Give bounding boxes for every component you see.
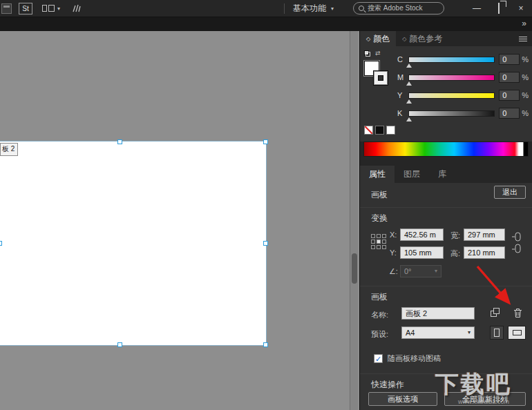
percent-label: % [522, 55, 529, 64]
x-field[interactable]: 452.56 m [400, 228, 444, 241]
tab-color[interactable]: ◇ 颜色 [360, 31, 396, 46]
ref-dot[interactable] [371, 234, 375, 238]
rotate-angle-value: 0° [404, 266, 412, 277]
black-swatch[interactable] [375, 126, 384, 135]
magenta-value-field[interactable]: 0 [499, 72, 520, 83]
color-panel: ⇄ C 0 % M [360, 46, 532, 141]
yellow-value-field[interactable]: 0 [499, 90, 520, 101]
adobe-stock-badge[interactable]: St [19, 3, 32, 14]
delete-artboard-button[interactable] [512, 307, 523, 318]
channel-label: K [397, 109, 406, 117]
height-label: 高: [450, 248, 460, 259]
overflow-chevrons-icon[interactable]: » [522, 19, 526, 28]
landscape-icon [513, 330, 522, 335]
swap-fill-stroke-icon[interactable]: ⇄ [375, 50, 381, 57]
landscape-orientation-button[interactable] [508, 326, 526, 340]
selection-handle[interactable] [117, 139, 122, 144]
ref-dot[interactable] [382, 245, 386, 249]
selection-handle[interactable] [117, 342, 122, 347]
color-spectrum-bar[interactable] [363, 141, 529, 157]
right-panel-dock: ◇ 颜色 ◇ 颜色参考 ⇄ [359, 31, 532, 410]
channel-label: Y [397, 91, 406, 99]
yellow-slider[interactable] [408, 92, 495, 99]
cmyk-sliders: C 0 % M 0 % Y 0 % K [397, 50, 529, 122]
panel-dock-header: » [0, 17, 532, 31]
yellow-slider-row: Y 0 % [397, 86, 529, 104]
ref-dot-selected[interactable] [377, 240, 381, 244]
slider-thumb[interactable] [406, 64, 412, 68]
black-slider-row: K 0 % [397, 104, 529, 122]
slider-thumb[interactable] [406, 99, 412, 104]
scrollbar-thumb[interactable] [352, 253, 357, 284]
selection-handle[interactable] [263, 241, 268, 246]
magenta-slider[interactable] [408, 75, 495, 81]
cyan-slider[interactable] [408, 57, 495, 63]
minimize-button[interactable]: — [466, 3, 488, 13]
move-artwork-checkbox-row[interactable]: ✓ 随画板移动图稿 [374, 353, 441, 364]
tab-libraries[interactable]: 库 [429, 166, 455, 183]
ref-dot[interactable] [371, 240, 375, 244]
chevron-down-icon: ▾ [435, 266, 437, 277]
workspace-switcher[interactable]: 基本功能 ▾ [293, 3, 334, 14]
collapse-diamond-icon: ◇ [366, 36, 370, 42]
artboard[interactable] [0, 141, 266, 345]
arrange-documents-button[interactable]: ▾ [42, 5, 60, 12]
selection-handle[interactable] [0, 241, 2, 246]
app-icon[interactable] [1, 3, 12, 14]
checkbox-checked[interactable]: ✓ [374, 354, 383, 363]
rearrange-all-button[interactable]: 全部重新排列 [444, 392, 526, 406]
properties-panel: 画板 退出 变换 X: 452.56 m 宽: 297 mm Y: 105 mm… [360, 183, 532, 410]
tab-properties[interactable]: 属性 [360, 166, 395, 183]
new-artboard-icon [493, 308, 500, 314]
panel-menu-icon[interactable] [519, 31, 527, 46]
selection-handle[interactable] [263, 342, 268, 347]
ref-dot[interactable] [377, 245, 381, 249]
ref-dot[interactable] [382, 234, 386, 238]
titlebar: St ▾ 基本功能 ▾ 搜索 Adobe Stock — × [0, 0, 532, 17]
stroke-color-swatch[interactable] [373, 70, 388, 86]
height-field[interactable]: 210 mm [464, 246, 505, 259]
default-colors-icon[interactable] [364, 50, 370, 57]
slider-thumb[interactable] [406, 117, 412, 121]
black-value-field[interactable]: 0 [499, 108, 520, 119]
preset-label: 预设: [371, 329, 388, 340]
artboard-name-field[interactable]: 画板 2 [401, 307, 475, 320]
white-swatch[interactable] [386, 126, 395, 135]
cyan-value-field[interactable]: 0 [499, 54, 520, 65]
stock-search-input[interactable]: 搜索 Adobe Stock [353, 2, 444, 14]
move-artwork-label: 随画板移动图稿 [388, 353, 441, 364]
canvas[interactable]: 板 2 [0, 31, 359, 410]
y-field[interactable]: 105 mm [400, 246, 444, 259]
ref-dot[interactable] [377, 234, 381, 238]
percent-label: % [522, 109, 529, 117]
none-swatch[interactable] [364, 126, 373, 135]
ref-dot[interactable] [371, 245, 375, 249]
hand-tool-icon[interactable] [71, 3, 82, 14]
exit-artboard-button[interactable]: 退出 [494, 186, 526, 199]
preset-dropdown[interactable]: A4 ▾ [401, 326, 475, 339]
vertical-scrollbar[interactable] [350, 31, 358, 410]
rotate-angle-field[interactable]: 0° ▾ [400, 265, 441, 277]
portrait-icon [494, 329, 500, 337]
artboard-name-tag[interactable]: 板 2 [0, 143, 18, 156]
new-artboard-button[interactable] [490, 308, 502, 319]
portrait-orientation-button[interactable] [490, 326, 504, 340]
black-slider[interactable] [408, 110, 495, 117]
restore-button[interactable] [488, 3, 510, 13]
selection-handle[interactable] [263, 139, 268, 144]
ref-dot[interactable] [382, 240, 386, 244]
cyan-slider-row: C 0 % [397, 50, 529, 68]
search-placeholder: 搜索 Adobe Stock [368, 3, 422, 13]
chevron-down-icon: ▾ [331, 6, 334, 12]
link-dimensions-icon[interactable] [511, 231, 522, 256]
artboard-options-button[interactable]: 画板选项 [368, 392, 437, 406]
name-label: 名称: [371, 310, 388, 320]
divider [360, 373, 532, 374]
tab-layers[interactable]: 图层 [395, 166, 429, 183]
window-controls: — × [466, 3, 532, 13]
tab-color-guide[interactable]: ◇ 颜色参考 [396, 31, 448, 46]
slider-thumb[interactable] [406, 81, 412, 86]
width-field[interactable]: 297 mm [464, 228, 505, 241]
reference-point-locator[interactable] [371, 234, 386, 249]
close-button[interactable]: × [510, 3, 532, 13]
